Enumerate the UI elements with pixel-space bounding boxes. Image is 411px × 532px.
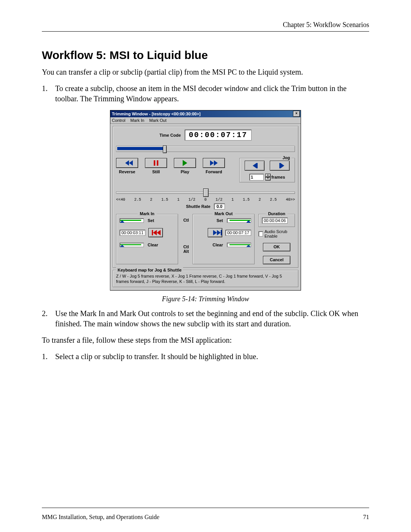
timecode-value: 00:00:07:17 — [185, 129, 252, 141]
reverse-label: Reverse — [119, 169, 135, 174]
mark-in-skip-button[interactable] — [148, 228, 163, 237]
mark-out-clear-label: Clear — [212, 243, 223, 247]
jog-forward-button[interactable] — [270, 161, 290, 171]
header-rule — [42, 31, 369, 32]
step-1: 1. To create a subclip, choose an item i… — [42, 83, 369, 104]
tick: 1 — [231, 198, 234, 202]
checkbox-icon[interactable] — [258, 231, 263, 236]
cancel-button[interactable]: Cancel — [263, 256, 290, 264]
forward-button[interactable] — [203, 158, 225, 168]
ok-button[interactable]: OK — [263, 243, 290, 251]
tick: 2 — [150, 198, 152, 202]
step-text: Select a clip or subclip to transfer. It… — [55, 351, 258, 362]
tick: 40>> — [286, 198, 295, 202]
step-text: Use the Mark In and Mark Out controls to… — [55, 308, 369, 329]
duration-legend: Duration — [266, 211, 287, 216]
shuttle-rate-value: 0.0 — [214, 203, 225, 209]
jog-group: Jog 1 ▲▼ frames — [239, 158, 295, 182]
chapter-header: Chapter 5: Workflow Scenarios — [42, 21, 369, 29]
jog-frames-spinner[interactable]: ▲▼ — [265, 174, 270, 181]
tick: <<40 — [116, 198, 125, 202]
menu-mark-out[interactable]: Mark Out — [149, 118, 166, 123]
shuttle-slider[interactable] — [116, 189, 295, 195]
position-slider[interactable] — [116, 146, 295, 152]
timecode-label: Time Code — [159, 133, 181, 137]
mark-in-timecode[interactable]: 00:00:03:11 — [119, 230, 145, 236]
jog-forward-icon — [279, 163, 280, 168]
mark-in-set-label: Set — [148, 218, 154, 223]
mark-out-skip-button[interactable] — [208, 228, 222, 237]
bottom-row: Mark In Set 00:00:03:11 Clear — [116, 214, 295, 264]
mark-in-bar — [119, 218, 144, 223]
jog-frames-label: frames — [271, 175, 285, 179]
tick: 2.5 — [270, 198, 277, 202]
titlebar[interactable]: Trimming Window - [testcopy <00:00:30:00… — [110, 110, 301, 117]
mark-out-section: Mark Out Set 00:00:07:17 Clear — [193, 214, 255, 264]
mark-out-bar — [227, 218, 251, 223]
window-title: Trimming Window - [testcopy <00:00:30:00… — [112, 112, 293, 116]
play-button[interactable] — [174, 158, 196, 168]
shuttle-rate-label: Shuttle Rate — [186, 204, 210, 209]
figure-wrap: Trimming Window - [testcopy <00:00:30:00… — [42, 110, 369, 291]
menu-mark-in[interactable]: Mark In — [131, 118, 145, 123]
tick: 1/2 — [216, 198, 223, 202]
shuttle-rate-row: Shuttle Rate 0.0 — [116, 204, 295, 209]
transfer-paragraph: To transfer a file, follow these steps f… — [42, 335, 369, 345]
trimming-window: Trimming Window - [testcopy <00:00:30:00… — [110, 110, 301, 291]
menu-control[interactable]: Control — [112, 118, 125, 123]
keyboard-map-legend: Keyboard map for Jog & Shuttle — [116, 267, 183, 273]
tick: 2 — [259, 198, 261, 202]
duration-section: Duration 00:00:04:06 — [258, 214, 295, 227]
jog-back-button[interactable] — [245, 161, 264, 171]
step-text: To create a subclip, choose an item in t… — [55, 83, 369, 104]
mark-in-clear-label: Clear — [148, 243, 158, 247]
close-icon[interactable]: × — [293, 111, 300, 117]
jog-frames-input[interactable]: 1 — [249, 174, 264, 181]
footer: MMG Installation, Setup, and Operations … — [42, 514, 369, 521]
position-fill — [117, 147, 164, 150]
page: Chapter 5: Workflow Scenarios Workflow 5… — [0, 0, 411, 532]
audio-scrub-row[interactable]: Audio Scrub Enable — [258, 229, 295, 238]
skip-back-icon — [152, 230, 153, 235]
step-number: 1. — [42, 83, 55, 104]
tick: 1.5 — [243, 198, 250, 202]
play-label: Play — [181, 169, 190, 174]
keyboard-map-text: Z / W - Jog 5 frames reverse, X - Jog 1 … — [116, 273, 295, 284]
footer-page-number: 71 — [363, 514, 369, 521]
transport-row: Reverse Still Play Forward — [116, 158, 295, 182]
skip-forward-icon — [213, 230, 217, 235]
mark-out-clear-bar — [227, 243, 251, 247]
jog-back-icon — [253, 163, 256, 168]
position-thumb-icon[interactable] — [163, 145, 167, 153]
ctl-alt-label: Ctl Alt — [182, 244, 190, 254]
still-button[interactable] — [145, 158, 167, 168]
shuttle-knob-icon[interactable] — [203, 189, 209, 197]
step-number: 2. — [42, 308, 55, 329]
mark-in-legend: Mark In — [137, 211, 157, 216]
ctl-column: Ctl Ctl Alt — [182, 214, 190, 264]
transport-main: Reverse Still Play Forward — [116, 158, 225, 174]
mark-in-clear-bar — [119, 243, 144, 247]
ctl-label-1: Ctl — [182, 218, 190, 222]
intro-paragraph: You can transfer a clip or subclip (part… — [42, 67, 369, 77]
audio-scrub-label: Audio Scrub Enable — [264, 229, 295, 238]
duration-value: 00:00:04:06 — [262, 217, 288, 224]
keyboard-map-section: Keyboard map for Jog & Shuttle Z / W - J… — [113, 270, 298, 287]
reverse-icon — [125, 160, 129, 166]
section-heading: Workflow 5: MSI to Liquid blue — [42, 49, 369, 62]
forward-label: Forward — [206, 169, 222, 174]
footer-left: MMG Installation, Setup, and Operations … — [42, 514, 159, 521]
menubar: Control Mark In Mark Out — [110, 117, 301, 124]
tick: 2.5 — [134, 198, 141, 202]
main-panel: Time Code 00:00:07:17 Reverse — [113, 126, 298, 268]
mark-out-timecode[interactable]: 00:00:07:17 — [225, 230, 251, 236]
mark-out-legend: Mark Out — [212, 211, 235, 216]
footer-rule — [42, 508, 369, 508]
step-number: 1. — [42, 351, 55, 362]
tick: 0 — [204, 198, 207, 202]
jog-legend: Jog — [281, 155, 292, 160]
tick: 1.5 — [161, 198, 168, 202]
reverse-button[interactable] — [116, 158, 138, 168]
mark-out-set-label: Set — [217, 218, 223, 223]
figure-caption: Figure 5-14: Trimming Window — [42, 295, 369, 303]
